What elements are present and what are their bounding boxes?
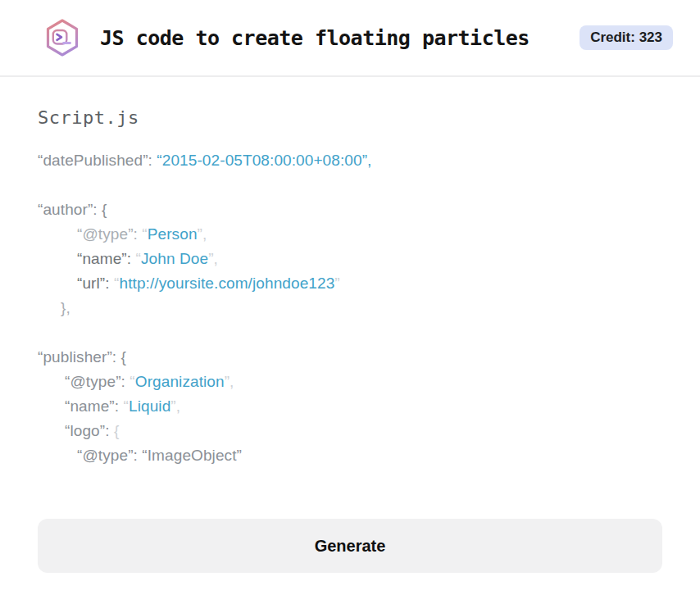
code-line: “@type”: “ImageObject” [38,443,662,468]
code-line: “name”: “Liquid”, [38,394,662,419]
code-token: “@type”: [77,225,142,243]
code-line: “url”: “http://yoursite.com/johndoe123” [38,271,662,296]
code-token: Person [148,225,198,243]
code-token: }, [61,299,70,316]
code-filename: Script.js [38,107,662,128]
code-token: ”, [170,397,180,415]
code-token: ”, [225,373,234,390]
code-token: “@type”: [65,373,130,390]
code-token: ”, [198,225,207,243]
terminal-hexagon-icon [43,18,82,57]
code-line: }, [38,296,662,320]
code-token: { [114,422,119,439]
code-line: “datePublished”: “2015-02-05T08:00:00+08… [38,148,662,173]
code-token: “publisher”: { [38,348,126,366]
code-line: “@type”: “Organization”, [38,370,662,394]
code-line: “@type”: “Person”, [38,222,662,247]
code-token: “name”: [65,397,124,415]
code-token: ”, [208,250,218,267]
generate-button[interactable]: Generate [38,519,662,573]
code-token: “url”: [77,275,114,292]
code-line: “publisher”: { [38,345,662,370]
code-token: “author”: { [38,201,107,218]
header: JS code to create floating particles Cre… [0,0,700,77]
code-token: “name”: [77,250,136,267]
code-block: “datePublished”: “2015-02-05T08:00:00+08… [38,148,662,468]
code-line: “logo”: { [38,419,662,443]
code-line [38,173,662,198]
code-token: John Doe [141,250,208,267]
code-token: “2015-02-05T08:00:00+08:00”, [157,152,371,169]
code-token: Organization [135,373,225,390]
main-content: Script.js “datePublished”: “2015-02-05T0… [0,107,700,573]
code-token: ” [334,275,339,292]
code-token: http://yoursite.com/johndoe123 [119,275,334,292]
credit-badge: Credit: 323 [580,25,673,50]
page-title: JS code to create floating particles [100,26,530,50]
code-token: “datePublished”: [38,152,157,169]
code-line: “author”: { [38,198,662,222]
code-token: “logo”: [65,422,114,439]
code-token: Liquid [129,397,170,415]
code-token: “@type”: “ImageObject” [77,447,242,464]
code-line: “name”: “John Doe”, [38,247,662,271]
code-line [38,320,662,345]
terminal-hexagon-icon-svg [43,18,82,57]
